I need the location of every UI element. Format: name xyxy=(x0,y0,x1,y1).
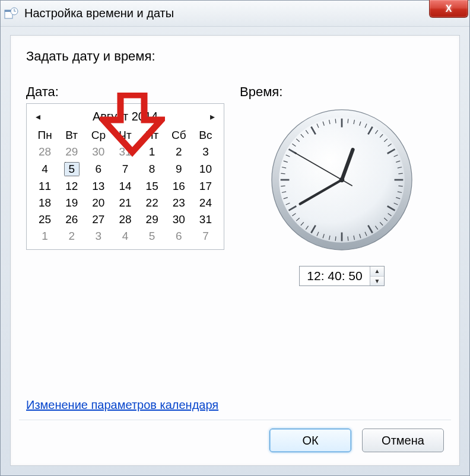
calendar-day[interactable]: 10 xyxy=(192,160,219,178)
prev-month-button[interactable]: ◂ xyxy=(33,112,43,122)
calendar-day[interactable]: 9 xyxy=(166,160,192,178)
dialog-content: Задать дату и время: Дата: ◂ Август 2014… xyxy=(10,35,460,466)
calendar-day[interactable]: 29 xyxy=(139,211,166,228)
panels: Дата: ◂ Август 2014 ▸ ПнВтСрЧтПтСбВс 282… xyxy=(26,84,444,286)
calendar-day[interactable]: 19 xyxy=(58,195,85,211)
calendar-day[interactable]: 28 xyxy=(31,144,58,160)
calendar-header: ◂ Август 2014 ▸ xyxy=(31,107,219,127)
time-column: Время: xyxy=(231,84,444,286)
calendar-day[interactable]: 30 xyxy=(85,144,112,160)
date-label: Дата: xyxy=(26,84,224,100)
titlebar: Настройка времени и даты X xyxy=(1,1,469,27)
calendar-weekday: Ср xyxy=(85,127,112,144)
calendar-day[interactable]: 20 xyxy=(85,195,112,211)
clock-face xyxy=(269,107,415,253)
calendar-day[interactable]: 1 xyxy=(139,144,166,160)
date-column: Дата: ◂ Август 2014 ▸ ПнВтСрЧтПтСбВс 282… xyxy=(26,84,224,250)
calendar-day[interactable]: 5 xyxy=(58,160,85,178)
calendar: ◂ Август 2014 ▸ ПнВтСрЧтПтСбВс 282930311… xyxy=(26,103,224,250)
window-title: Настройка времени и даты xyxy=(24,7,174,20)
calendar-day[interactable]: 31 xyxy=(112,144,138,160)
cancel-button[interactable]: Отмена xyxy=(362,429,444,452)
calendar-day[interactable]: 18 xyxy=(31,195,58,211)
calendar-month-title[interactable]: Август 2014 xyxy=(93,110,158,123)
section-heading: Задать дату и время: xyxy=(26,49,444,64)
calendar-weekday: Сб xyxy=(166,127,192,144)
calendar-day[interactable]: 3 xyxy=(192,144,219,160)
calendar-day[interactable]: 1 xyxy=(31,228,58,245)
calendar-day[interactable]: 6 xyxy=(166,228,192,245)
calendar-day[interactable]: 7 xyxy=(192,228,219,245)
calendar-day[interactable]: 24 xyxy=(192,195,219,211)
time-label: Время: xyxy=(240,84,444,100)
calendar-day[interactable]: 31 xyxy=(192,211,219,228)
svg-line-49 xyxy=(281,186,285,186)
calendar-day[interactable]: 23 xyxy=(166,195,192,211)
calendar-day[interactable]: 28 xyxy=(112,211,138,228)
calendar-weekday: Вт xyxy=(58,127,85,144)
dialog-window: Настройка времени и даты X Задать дату и… xyxy=(0,0,470,476)
calendar-weekday: Пн xyxy=(31,127,58,144)
ok-button[interactable]: ОК xyxy=(269,429,351,452)
calendar-day[interactable]: 5 xyxy=(139,228,166,245)
calendar-day[interactable]: 16 xyxy=(166,178,192,195)
calendar-day[interactable]: 14 xyxy=(112,178,138,195)
calendar-day[interactable]: 25 xyxy=(31,211,58,228)
svg-line-19 xyxy=(398,173,402,174)
time-spin-down[interactable]: ▼ xyxy=(370,277,384,286)
calendar-day[interactable]: 27 xyxy=(85,211,112,228)
calendar-day[interactable]: 8 xyxy=(139,160,166,178)
divider xyxy=(19,420,451,420)
time-spin-up[interactable]: ▲ xyxy=(370,266,384,277)
datetime-icon xyxy=(4,7,18,21)
calendar-weekday: Чт xyxy=(112,127,138,144)
svg-point-68 xyxy=(339,177,345,183)
calendar-day[interactable]: 15 xyxy=(139,178,166,195)
calendar-day[interactable]: 7 xyxy=(112,160,138,178)
calendar-day[interactable]: 21 xyxy=(112,195,138,211)
svg-line-51 xyxy=(281,173,285,174)
calendar-settings-link[interactable]: Изменение параметров календаря xyxy=(26,398,218,412)
time-input[interactable] xyxy=(300,266,370,285)
svg-line-36 xyxy=(335,236,336,240)
calendar-day[interactable]: 26 xyxy=(58,211,85,228)
time-spinner: ▲ ▼ xyxy=(370,266,384,285)
calendar-day[interactable]: 29 xyxy=(58,144,85,160)
close-icon: X xyxy=(446,4,452,14)
calendar-day[interactable]: 3 xyxy=(85,228,112,245)
calendar-day[interactable]: 6 xyxy=(85,160,112,178)
next-month-button[interactable]: ▸ xyxy=(207,112,218,122)
dialog-buttons: ОК Отмена xyxy=(269,429,444,452)
calendar-day[interactable]: 4 xyxy=(112,228,138,245)
calendar-weekday: Пт xyxy=(139,127,166,144)
calendar-day[interactable]: 2 xyxy=(166,144,192,160)
calendar-day[interactable]: 4 xyxy=(31,160,58,178)
calendar-day[interactable]: 2 xyxy=(58,228,85,245)
calendar-day[interactable]: 13 xyxy=(85,178,112,195)
calendar-day[interactable]: 11 xyxy=(31,178,58,195)
svg-line-6 xyxy=(348,119,348,123)
time-field-wrap: ▲ ▼ xyxy=(299,266,385,286)
svg-line-64 xyxy=(335,119,336,123)
svg-line-21 xyxy=(398,186,402,186)
close-button[interactable]: X xyxy=(429,0,468,18)
calendar-day[interactable]: 17 xyxy=(192,178,219,195)
svg-line-34 xyxy=(348,236,348,240)
calendar-day[interactable]: 30 xyxy=(166,211,192,228)
calendar-weekday: Вс xyxy=(192,127,219,144)
calendar-grid: ПнВтСрЧтПтСбВс 2829303112345678910111213… xyxy=(31,127,219,245)
calendar-day[interactable]: 22 xyxy=(139,195,166,211)
calendar-day[interactable]: 12 xyxy=(58,178,85,195)
